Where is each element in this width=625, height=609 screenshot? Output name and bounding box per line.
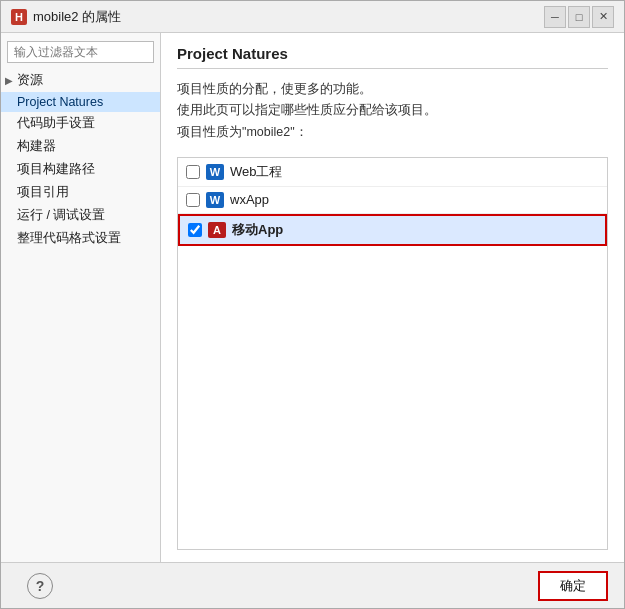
- minimize-button[interactable]: ─: [544, 6, 566, 28]
- right-panel: Project Natures 项目性质的分配，使更多的功能。 使用此页可以指定…: [161, 33, 624, 562]
- sidebar-item-project-ref[interactable]: 项目引用: [1, 181, 160, 204]
- help-button[interactable]: ?: [27, 573, 53, 599]
- sidebar-item-code-assist[interactable]: 代码助手设置: [1, 112, 160, 135]
- nature-list: W Web工程 W wxApp A: [177, 157, 608, 550]
- nature-icon-wxapp: W: [206, 192, 224, 208]
- sidebar-item-format[interactable]: 整理代码格式设置: [1, 227, 160, 250]
- nature-label-web: Web工程: [230, 163, 283, 181]
- app-icon: H: [11, 9, 27, 25]
- nature-checkbox-mobile[interactable]: [188, 223, 202, 237]
- window-controls: ─ □ ✕: [544, 6, 614, 28]
- sidebar-item-run-debug[interactable]: 运行 / 调试设置: [1, 204, 160, 227]
- sidebar-item-project-natures[interactable]: Project Natures: [1, 92, 160, 112]
- nature-item-web[interactable]: W Web工程: [178, 158, 607, 187]
- sidebar-item-build-path[interactable]: 项目构建路径: [1, 158, 160, 181]
- nature-label-wxapp: wxApp: [230, 192, 269, 207]
- sidebar-item-builder[interactable]: 构建器: [1, 135, 160, 158]
- nature-label-mobile: 移动App: [232, 221, 283, 239]
- description: 项目性质的分配，使更多的功能。 使用此页可以指定哪些性质应分配给该项目。 项目性…: [177, 79, 608, 143]
- chevron-right-icon: ▶: [5, 75, 13, 86]
- filter-input[interactable]: [7, 41, 154, 63]
- nature-checkbox-web[interactable]: [186, 165, 200, 179]
- main-window: H mobile2 的属性 ─ □ ✕ ▶ 资源 Project Natures…: [0, 0, 625, 609]
- nature-icon-web: W: [206, 164, 224, 180]
- nature-checkbox-wxapp[interactable]: [186, 193, 200, 207]
- section-title: Project Natures: [177, 45, 608, 69]
- nature-item-mobile[interactable]: A 移动App: [178, 214, 607, 246]
- bottom-bar: ? 确定: [1, 562, 624, 608]
- nature-item-wxapp[interactable]: W wxApp: [178, 187, 607, 214]
- confirm-button[interactable]: 确定: [538, 571, 608, 601]
- title-bar: H mobile2 的属性 ─ □ ✕: [1, 1, 624, 33]
- window-title: mobile2 的属性: [33, 8, 121, 26]
- body-area: ▶ 资源 Project Natures 代码助手设置 构建器 项目构建路径 项…: [1, 33, 624, 562]
- sidebar-item-resources[interactable]: ▶ 资源: [1, 69, 160, 92]
- nature-icon-mobile: A: [208, 222, 226, 238]
- left-panel: ▶ 资源 Project Natures 代码助手设置 构建器 项目构建路径 项…: [1, 33, 161, 562]
- close-button[interactable]: ✕: [592, 6, 614, 28]
- maximize-button[interactable]: □: [568, 6, 590, 28]
